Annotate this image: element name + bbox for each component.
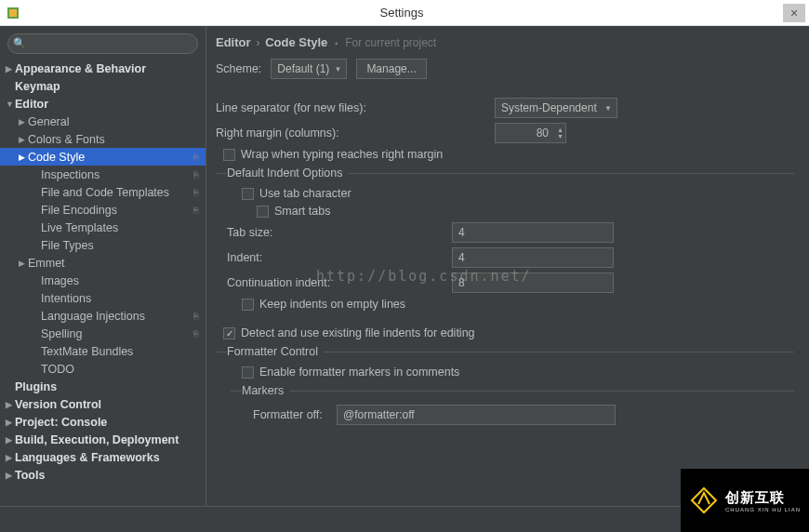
chevron-down-icon: ▼ <box>604 104 612 113</box>
continuation-label: Continuation indent: <box>227 276 452 289</box>
right-margin-input[interactable]: 80 ▲▼ <box>495 123 566 143</box>
tree-arrow-icon: ▶ <box>19 117 28 126</box>
sidebar-item-intentions[interactable]: Intentions <box>0 289 206 307</box>
window-title: Settings <box>20 6 783 20</box>
sidebar-item-appearance-behavior[interactable]: ▶Appearance & Behavior <box>0 60 206 77</box>
scope-icon: ⎘ <box>193 170 198 180</box>
tab-size-label: Tab size: <box>227 226 452 239</box>
tree-arrow-icon: ▶ <box>6 435 15 445</box>
tree-arrow-icon: ▶ <box>6 418 15 427</box>
enable-markers-checkbox[interactable]: Enable formatter markers in comments <box>242 366 794 379</box>
smart-tabs-checkbox[interactable]: Smart tabs <box>257 205 794 218</box>
sidebar-item-version-control[interactable]: ▶Version Control <box>0 395 206 413</box>
continuation-input[interactable]: 8 <box>452 273 614 293</box>
sidebar-item-file-and-code-templates[interactable]: File and Code Templates⎘ <box>0 183 206 201</box>
tree-arrow-icon: ▶ <box>6 453 15 462</box>
indent-input[interactable]: 4 <box>452 247 614 268</box>
sidebar-item-project-console[interactable]: ▶Project: Console <box>0 413 206 431</box>
tree-arrow-icon: ▶ <box>19 153 28 162</box>
scheme-combo[interactable]: Default (1) ▼ <box>271 59 347 79</box>
sidebar-item-code-style[interactable]: ▶Code Style⎘ <box>0 148 206 166</box>
sidebar-item-inspections[interactable]: Inspections⎘ <box>0 166 206 183</box>
scope-icon: ⎘ <box>193 329 198 339</box>
close-button[interactable]: × <box>783 4 805 22</box>
sidebar-item-live-templates[interactable]: Live Templates <box>0 219 206 236</box>
line-separator-combo[interactable]: System-Dependent ▼ <box>495 98 617 118</box>
sidebar-item-emmet[interactable]: ▶Emmet <box>0 254 206 272</box>
scope-icon: ⎘ <box>193 153 198 162</box>
detect-indents-checkbox[interactable]: Detect and use existing file indents for… <box>223 326 794 339</box>
sidebar-item-tools[interactable]: ▶Tools <box>0 466 206 484</box>
line-separator-label: Line separator (for new files): <box>216 101 495 114</box>
markers-group: Markers Formatter off: @formatter:off <box>231 384 794 433</box>
tree-arrow-icon: ▶ <box>19 259 28 268</box>
sidebar-item-file-types[interactable]: File Types <box>0 236 206 254</box>
indent-options-group: Default Indent Options Use tab character… <box>216 166 794 319</box>
titlebar: Settings × <box>0 0 809 26</box>
main-panel: Editor › Code Style ▪ For current projec… <box>206 26 809 506</box>
svg-rect-1 <box>9 9 17 17</box>
sidebar-item-editor[interactable]: ▼Editor <box>0 95 206 113</box>
use-tab-checkbox[interactable]: Use tab character <box>242 187 794 200</box>
formatter-control-group: Formatter Control Enable formatter marke… <box>216 345 794 443</box>
sidebar-item-plugins[interactable]: Plugins <box>0 378 206 395</box>
spinner-icon[interactable]: ▲▼ <box>557 126 564 140</box>
sidebar-item-textmate-bundles[interactable]: TextMate Bundles <box>0 342 206 360</box>
formatter-off-label: Formatter off: <box>253 408 337 421</box>
search-input[interactable] <box>7 33 198 54</box>
sidebar-item-spelling[interactable]: Spelling⎘ <box>0 325 206 342</box>
formatter-off-input[interactable]: @formatter:off <box>337 405 616 425</box>
sidebar-item-todo[interactable]: TODO <box>0 360 206 378</box>
app-icon <box>6 6 20 20</box>
sidebar-item-colors-fonts[interactable]: ▶Colors & Fonts <box>0 130 206 148</box>
sidebar: 🔍 ▶Appearance & BehaviorKeymap▼Editor▶Ge… <box>0 26 206 506</box>
keep-empty-checkbox[interactable]: Keep indents on empty lines <box>242 298 794 311</box>
tree-arrow-icon: ▶ <box>6 471 15 480</box>
sidebar-item-keymap[interactable]: Keymap <box>0 77 206 95</box>
indent-label: Indent: <box>227 251 452 264</box>
scope-icon: ⎘ <box>193 312 198 321</box>
sidebar-item-file-encodings[interactable]: File Encodings⎘ <box>0 201 206 219</box>
sidebar-item-images[interactable]: Images <box>0 272 206 289</box>
tree-arrow-icon: ▶ <box>6 400 15 409</box>
wrap-checkbox[interactable]: Wrap when typing reaches right margin <box>223 148 794 161</box>
scope-icon: ⎘ <box>193 188 198 197</box>
sidebar-item-general[interactable]: ▶General <box>0 113 206 130</box>
tree-arrow-icon: ▶ <box>19 135 28 144</box>
search-icon: 🔍 <box>13 37 26 49</box>
tree-arrow-icon: ▼ <box>6 100 15 109</box>
tab-size-input[interactable]: 4 <box>452 222 614 243</box>
brand-badge: 创新互联 CHUANG XIN HU LIAN <box>681 469 809 532</box>
tree-arrow-icon: ▶ <box>6 64 15 73</box>
sidebar-item-build-execution-deployment[interactable]: ▶Build, Execution, Deployment <box>0 431 206 448</box>
settings-tree: ▶Appearance & BehaviorKeymap▼Editor▶Gene… <box>0 60 206 506</box>
chevron-down-icon: ▼ <box>334 65 341 73</box>
scope-icon: ⎘ <box>193 206 198 215</box>
sidebar-item-languages-frameworks[interactable]: ▶Languages & Frameworks <box>0 448 206 466</box>
sidebar-item-language-injections[interactable]: Language Injections⎘ <box>0 307 206 325</box>
scheme-label: Scheme: <box>216 62 261 75</box>
right-margin-label: Right margin (columns): <box>216 126 495 140</box>
breadcrumb: Editor › Code Style ▪ For current projec… <box>216 35 794 49</box>
manage-button[interactable]: Manage... <box>356 59 426 79</box>
